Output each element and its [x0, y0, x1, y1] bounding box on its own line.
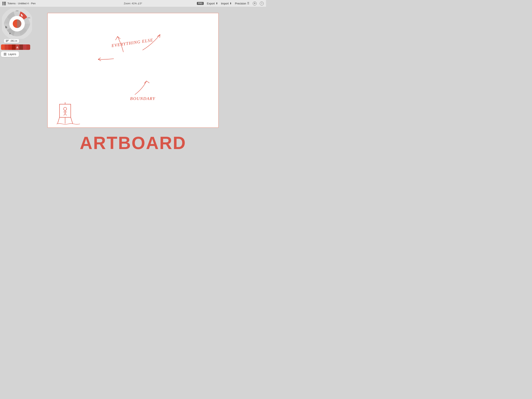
color-swatch-7[interactable]: [23, 45, 27, 50]
svg-line-19: [64, 113, 65, 115]
tool-name[interactable]: Pen: [31, 2, 36, 5]
color-swatch-6[interactable]: [19, 45, 23, 50]
precision-icon: ⠿: [247, 1, 250, 5]
help-icon[interactable]: ?: [260, 1, 264, 6]
layers-menu-icon: [4, 53, 6, 55]
color-swatch-1[interactable]: [1, 45, 5, 50]
settings-icon[interactable]: ⚙: [253, 1, 257, 6]
svg-line-20: [65, 113, 66, 115]
color-swatch-4[interactable]: [12, 45, 16, 50]
precision-button[interactable]: Precision ⠿: [235, 1, 250, 5]
import-button[interactable]: Import ⬇: [221, 2, 232, 5]
zoom-angle: ∠0°: [138, 2, 142, 5]
size-lines-icon: [6, 40, 9, 42]
zoom-label: Zoom:: [124, 2, 131, 5]
app-title[interactable]: Totems: [7, 2, 16, 5]
svg-text:BOUNDARY: BOUNDARY: [130, 96, 155, 101]
color-bar[interactable]: [1, 45, 30, 50]
artboard[interactable]: EVERYTHING ELSE BOUNDARY: [47, 13, 219, 128]
svg-point-16: [63, 107, 67, 110]
export-label: Export: [207, 2, 215, 5]
top-bar-left: Totems › Untitled 4 › Pen: [2, 2, 36, 5]
canvas-area: EVERYTHING ELSE BOUNDARY: [0, 7, 266, 200]
color-swatch-3[interactable]: [8, 45, 12, 50]
layers-label: Layers: [8, 53, 16, 56]
tool-wheel: .016 .061 85° 8% 120: [2, 9, 32, 39]
drawing-canvas: EVERYTHING ELSE BOUNDARY: [48, 13, 218, 127]
svg-point-11: [9, 33, 11, 34]
color-swatch-2[interactable]: [5, 45, 8, 50]
size-value: .061 in: [10, 39, 17, 42]
precision-label: Precision: [235, 2, 246, 5]
layers-button[interactable]: Layers: [1, 51, 19, 57]
zoom-value[interactable]: 41%: [132, 2, 137, 5]
svg-text:.061: .061: [27, 17, 30, 19]
artboard-container: EVERYTHING ELSE BOUNDARY: [47, 13, 219, 128]
artboard-label: ARTBOARD: [80, 133, 186, 153]
document-name[interactable]: Untitled 4: [18, 2, 29, 5]
import-label: Import: [221, 2, 229, 5]
breadcrumb: Totems › Untitled 4 › Pen: [7, 2, 36, 5]
svg-line-23: [71, 117, 73, 123]
breadcrumb-sep1: ›: [16, 2, 17, 5]
svg-text:EVERYTHING ELSE: EVERYTHING ELSE: [111, 38, 153, 48]
app-menu-icon[interactable]: [2, 2, 6, 5]
top-bar: Totems › Untitled 4 › Pen Zoom: 41% ∠0° …: [0, 0, 266, 7]
size-indicator: .061 in: [4, 39, 19, 43]
export-icon: ⬆: [216, 2, 218, 5]
color-swatch-5[interactable]: [16, 45, 19, 50]
svg-line-21: [58, 117, 60, 123]
top-bar-right: PRO Export ⬆ Import ⬇ Precision ⠿ ⚙ ?: [197, 1, 264, 6]
breadcrumb-sep2: ›: [29, 2, 30, 5]
color-swatch-8[interactable]: [26, 45, 30, 50]
zoom-info: Zoom: 41% ∠0°: [124, 2, 142, 5]
export-button[interactable]: Export ⬆: [207, 2, 218, 5]
wheel-svg: .016 .061 85° 8% 120: [2, 9, 32, 39]
import-icon: ⬇: [230, 2, 232, 5]
pro-badge: PRO: [197, 2, 204, 5]
svg-text:.016: .016: [15, 10, 19, 12]
